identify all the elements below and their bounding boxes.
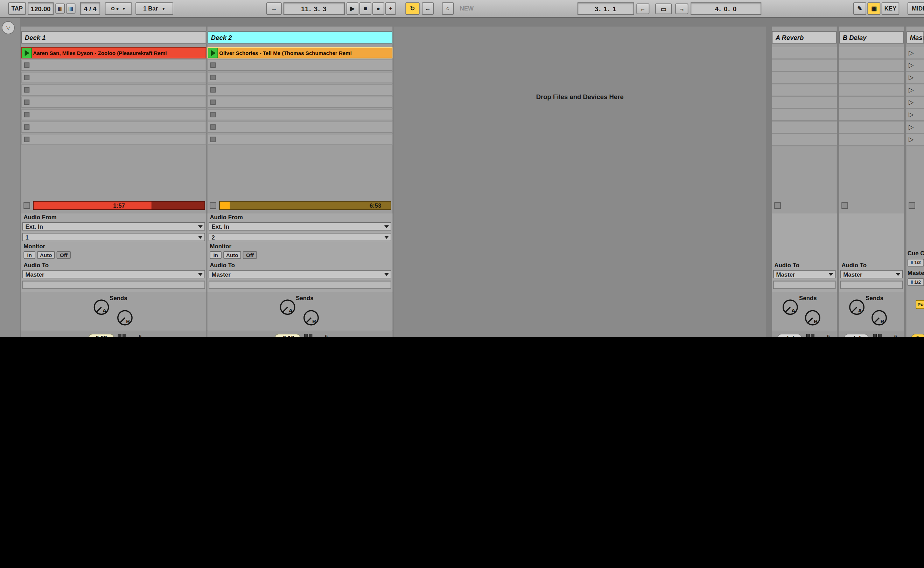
clip-stop-button[interactable] [24,137,29,142]
clip-stop-button[interactable] [210,87,216,92]
scene-launch-button[interactable]: ▷ [909,74,913,81]
scene-launch-button[interactable]: ▷ [909,98,913,106]
return-a-send-a-knob[interactable] [782,299,798,315]
nudge-down-icon[interactable]: |||| [55,3,65,14]
return-b-audio-to-select[interactable]: Master [840,270,903,278]
deck1-audio-to-select[interactable]: Master [23,270,205,278]
return-b-send-b-knob[interactable] [871,310,887,326]
clip-deck2[interactable]: Oliver Schories - Tell Me (Thomas Schuma… [208,47,393,59]
fold-toggle-button[interactable]: ▽ [2,21,15,34]
deck1-volume-field[interactable]: 0.93 [89,334,115,337]
clip-stop-button[interactable] [24,100,29,105]
draw-mode-button[interactable]: ✎ [853,3,866,15]
return-a-meter-left[interactable] [806,334,809,337]
tempo-field[interactable]: 120.00 [28,3,54,15]
nudge-up-icon[interactable]: |||| [66,3,75,14]
scene-launch-button[interactable]: ▷ [909,86,913,94]
return-a-audio-to-select[interactable]: Master [773,270,835,278]
loop-length-field[interactable]: 4. 0. 0 [690,3,761,15]
scene-launch-button[interactable]: ▷ [909,111,913,119]
time-signature-field[interactable]: 4 / 4 [80,3,100,15]
track-header-master[interactable]: Master [906,31,924,44]
deck1-output-channel-box[interactable] [23,281,205,289]
deck1-audio-from-select[interactable]: Ext. In [23,222,205,231]
deck2-send-a-knob[interactable] [280,299,295,315]
clip-stop-button[interactable] [210,100,216,105]
deck2-audio-from-select[interactable]: Ext. In [209,222,391,231]
deck2-monitor-auto-button[interactable]: Auto [223,251,241,259]
track-header-return-a[interactable]: A Reverb [772,31,837,44]
clip-slot[interactable] [208,121,393,133]
return-b-send-a-knob[interactable] [849,299,865,315]
deck2-meter-right[interactable] [309,334,312,337]
return-a-volume-field[interactable]: -Inf [777,334,802,337]
deck2-send-b-knob[interactable] [303,310,319,326]
clip-stop-button[interactable] [210,62,216,68]
deck2-monitor-in-button[interactable]: In [210,251,222,259]
return-b-meter-left[interactable] [873,334,877,337]
clip-deck1[interactable]: Aaren San, Miles Dyson - Zooloo (Pleasur… [21,47,207,59]
midi-map-button[interactable]: MIDI [907,3,924,15]
record-button[interactable]: ● [372,3,384,15]
clip-slot[interactable] [21,134,207,145]
cue-out-channel-box[interactable]: ‖ 1/2 [907,259,924,266]
deck2-volume-field[interactable]: -0.13 [275,334,301,337]
clip-stop-button[interactable] [210,124,216,130]
deck2-monitor-off-button[interactable]: Off [243,251,257,259]
clip-slot[interactable] [208,85,393,95]
deck2-meter-left[interactable] [304,334,307,337]
deck2-output-channel-box[interactable] [209,281,391,289]
arrangement-position-field[interactable]: 11. 3. 3 [283,3,345,15]
follow-button[interactable]: → [266,3,282,15]
quantization-select[interactable]: 1 Bar▼ [136,3,173,15]
marker-button[interactable]: ○ [442,3,454,15]
scene-launch-button[interactable]: ▷ [909,61,913,69]
punch-out-button[interactable]: ¬ [675,3,688,14]
back-to-arrangement-button[interactable]: ← [422,3,434,15]
clip-stop-button[interactable] [24,87,29,92]
loop-start-field[interactable]: 3. 1. 1 [577,3,634,15]
master-stop-button[interactable] [909,202,915,209]
deck1-send-b-knob[interactable] [117,310,133,326]
deck1-monitor-in-button[interactable]: In [23,251,35,259]
session-automation-button[interactable]: ↻ [405,3,419,15]
return-b-volume-field[interactable]: -Inf [844,334,869,337]
deck1-monitor-auto-button[interactable]: Auto [37,251,55,259]
clip-stop-button[interactable] [210,75,216,80]
play-button[interactable]: ▶ [347,3,359,15]
master-post-button[interactable]: Po [916,300,924,309]
return-a-stop-button[interactable] [774,202,781,209]
drop-area[interactable]: Drop Files and Devices Here [394,27,766,337]
master-cue-volume-field[interactable]: 5. [911,334,924,337]
clip-slot[interactable] [208,59,393,71]
deck1-input-channel-select[interactable]: 1 [23,233,205,241]
clip-slot[interactable] [21,59,207,71]
master-out-channel-box[interactable]: ‖ 1/2 [907,278,924,286]
return-b-output-channel-box[interactable] [840,281,903,289]
deck2-stop-button[interactable] [210,202,216,209]
clip-play-icon[interactable] [208,48,218,58]
return-a-send-b-knob[interactable] [805,310,820,326]
deck1-monitor-off-button[interactable]: Off [57,251,71,259]
return-a-output-channel-box[interactable] [773,281,835,289]
new-button[interactable]: NEW [457,3,477,15]
deck1-meter-left[interactable] [118,334,121,337]
tap-tempo-button[interactable]: TAP [8,3,26,15]
clip-slot[interactable] [21,109,207,120]
deck2-audio-to-select[interactable]: Master [209,270,391,278]
track-header-return-b[interactable]: B Delay [839,31,904,44]
clip-stop-button[interactable] [24,62,29,68]
deck1-meter-right[interactable] [122,334,126,337]
clip-slot[interactable] [208,72,393,83]
clip-stop-button[interactable] [210,137,216,142]
clip-slot[interactable] [21,85,207,95]
track-header-deck1[interactable]: Deck 1 [21,31,207,44]
overdub-button[interactable]: + [385,3,396,15]
clip-play-icon[interactable] [22,48,32,58]
clip-slot[interactable] [208,97,393,108]
punch-in-button[interactable]: ⌐ [636,3,649,14]
clip-slot[interactable] [208,109,393,120]
clip-stop-button[interactable] [24,75,29,80]
clip-slot[interactable] [21,121,207,133]
return-b-meter-right[interactable] [878,334,882,337]
